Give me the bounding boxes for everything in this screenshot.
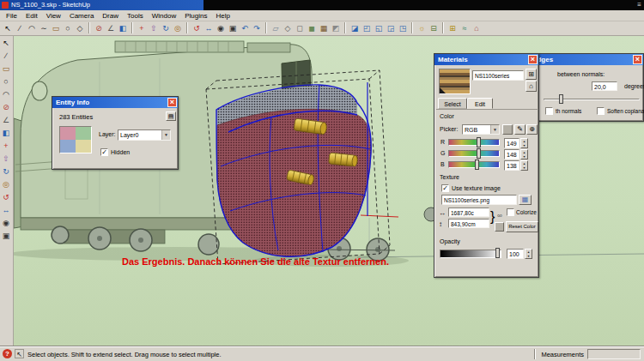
rotate-tool[interactable]: ↻ xyxy=(0,165,12,177)
zoom-extents-tool[interactable]: ▣ xyxy=(0,230,12,242)
hidden-line-style[interactable]: ◻ xyxy=(294,22,306,34)
create-material-icon[interactable]: ⊞ xyxy=(526,69,537,80)
blue-channel-field[interactable]: 138 xyxy=(504,160,519,171)
menu-item[interactable]: Tools xyxy=(123,10,148,21)
help-status-icon[interactable]: ? xyxy=(3,349,12,358)
opacity-spinner[interactable]: ▴▾ xyxy=(525,249,532,259)
colorize-checkbox[interactable] xyxy=(507,208,514,216)
iso-view[interactable]: ◪ xyxy=(349,22,361,34)
details-toggle-button[interactable]: ▤ xyxy=(166,111,176,121)
polygon-tool[interactable]: ◇ xyxy=(74,22,86,34)
material-name-field[interactable]: NS1100series xyxy=(472,70,524,81)
menu-item[interactable]: Plugins xyxy=(180,10,211,21)
measurements-field[interactable] xyxy=(587,349,641,359)
blue-channel-slider[interactable] xyxy=(448,161,500,168)
previous-view-button[interactable]: ↶ xyxy=(239,22,251,34)
xray-style[interactable]: ▱ xyxy=(270,22,282,34)
window-title-bar[interactable]: NS_1100_3.skp - SketchUp ≡ xyxy=(0,0,644,10)
browse-texture-icon[interactable]: ▦ xyxy=(519,195,532,205)
layer-dropdown[interactable]: Layer0▼ xyxy=(118,129,171,141)
select-tool[interactable]: ↖ xyxy=(2,22,14,34)
top-view[interactable]: ◰ xyxy=(361,22,373,34)
circle-tool[interactable]: ○ xyxy=(0,75,12,87)
menu-item[interactable]: View xyxy=(42,10,65,21)
zoom-tool[interactable]: ◉ xyxy=(215,22,227,34)
textured-style[interactable]: ▦ xyxy=(318,22,330,34)
select-tool[interactable]: ↖ xyxy=(0,37,12,49)
tab-edit[interactable]: Edit xyxy=(467,98,493,109)
back-view[interactable]: ◳ xyxy=(397,22,409,34)
close-icon[interactable]: × xyxy=(167,98,177,107)
menu-item[interactable]: Edit xyxy=(21,10,42,21)
menu-item[interactable]: Window xyxy=(148,10,180,21)
rotate-tool[interactable]: ↻ xyxy=(160,22,172,34)
shadows-toggle[interactable]: ☼ xyxy=(416,22,428,34)
slider-handle[interactable] xyxy=(475,159,479,170)
picker-dropdown[interactable]: RGB▼ xyxy=(462,124,500,135)
next-view-button[interactable]: ↷ xyxy=(251,22,263,34)
link-dimensions-icon[interactable]: ∞ xyxy=(497,212,502,220)
line-tool[interactable]: ∕ xyxy=(14,22,26,34)
blue-channel-spinner[interactable]: ▴▾ xyxy=(520,160,528,171)
texture-height-field[interactable]: 843,90cm xyxy=(448,219,489,228)
tape-measure-tool[interactable]: ∠ xyxy=(0,114,12,126)
menu-icon[interactable]: ≡ xyxy=(637,0,641,10)
soften-coplanar-checkbox[interactable] xyxy=(597,107,605,115)
opacity-field[interactable]: 100 xyxy=(507,249,524,259)
menu-item[interactable]: Draw xyxy=(98,10,123,21)
pan-tool[interactable]: ↔ xyxy=(203,22,215,34)
match-model-color-icon[interactable]: ✎ xyxy=(514,124,526,135)
arc-tool[interactable]: ◠ xyxy=(26,22,38,34)
move-tool[interactable]: + xyxy=(136,22,148,34)
plugin-tool-2[interactable]: ≈ xyxy=(459,22,471,34)
angle-slider-track[interactable] xyxy=(544,99,640,100)
zoom-extents-tool[interactable]: ▣ xyxy=(227,22,239,34)
circle-tool[interactable]: ○ xyxy=(62,22,74,34)
entity-info-title-bar[interactable]: Entity Info × xyxy=(52,97,178,108)
reset-color-button[interactable]: Reset Color xyxy=(506,221,538,232)
menu-item[interactable]: File xyxy=(2,10,21,21)
smooth-normals-checkbox[interactable] xyxy=(545,107,553,115)
orbit-tool[interactable]: ↺ xyxy=(191,22,203,34)
wireframe-style[interactable]: ◇ xyxy=(282,22,294,34)
rectangle-tool[interactable]: ▭ xyxy=(0,63,12,75)
angle-slider-handle[interactable] xyxy=(559,94,563,104)
arc-tool[interactable]: ◠ xyxy=(0,88,12,100)
section-plane-tool[interactable]: ⊟ xyxy=(428,22,440,34)
green-channel-slider[interactable] xyxy=(448,150,500,157)
close-icon[interactable]: × xyxy=(528,55,538,64)
offset-tool[interactable]: ◎ xyxy=(0,178,12,190)
rectangle-tool[interactable]: ▭ xyxy=(50,22,62,34)
slider-handle[interactable] xyxy=(495,248,500,258)
menu-item[interactable]: Camera xyxy=(65,10,98,21)
orbit-tool[interactable]: ↺ xyxy=(0,191,12,203)
texture-file-field[interactable]: NS1100series.png xyxy=(441,195,517,205)
slider-handle[interactable] xyxy=(477,148,481,159)
in-model-icon[interactable]: ⌂ xyxy=(526,81,537,92)
eraser-tool[interactable]: ⊘ xyxy=(93,22,105,34)
materials-title-bar[interactable]: Materials × xyxy=(434,54,538,65)
red-channel-field[interactable]: 149 xyxy=(504,138,519,148)
plugin-tool-1[interactable]: ⊞ xyxy=(447,22,459,34)
freehand-tool[interactable]: ∼ xyxy=(38,22,50,34)
line-tool[interactable]: ∕ xyxy=(0,50,12,62)
right-view[interactable]: ◲ xyxy=(385,22,397,34)
use-texture-checkbox[interactable]: ✓ xyxy=(441,184,449,192)
shaded-style[interactable]: ◼ xyxy=(306,22,318,34)
red-channel-spinner[interactable]: ▴▾ xyxy=(520,138,528,148)
selected-hood-geometry[interactable] xyxy=(216,82,371,256)
move-tool[interactable]: + xyxy=(0,140,12,152)
green-channel-field[interactable]: 148 xyxy=(504,149,519,159)
opacity-slider[interactable] xyxy=(440,250,501,258)
material-thumbnail[interactable] xyxy=(59,126,92,153)
monochrome-style[interactable]: ◩ xyxy=(330,22,342,34)
hidden-checkbox[interactable]: ✓ xyxy=(100,148,108,156)
texture-width-field[interactable]: 1687,80c xyxy=(448,208,489,217)
paint-bucket-tool[interactable]: ◧ xyxy=(117,22,129,34)
offset-tool[interactable]: ◎ xyxy=(172,22,184,34)
angle-value-field[interactable]: 20,0 xyxy=(592,81,617,91)
tab-select[interactable]: Select xyxy=(438,98,467,109)
material-preview[interactable] xyxy=(439,69,471,94)
close-icon[interactable]: × xyxy=(633,55,642,64)
plugin-tool-3[interactable]: ⌂ xyxy=(471,22,483,34)
